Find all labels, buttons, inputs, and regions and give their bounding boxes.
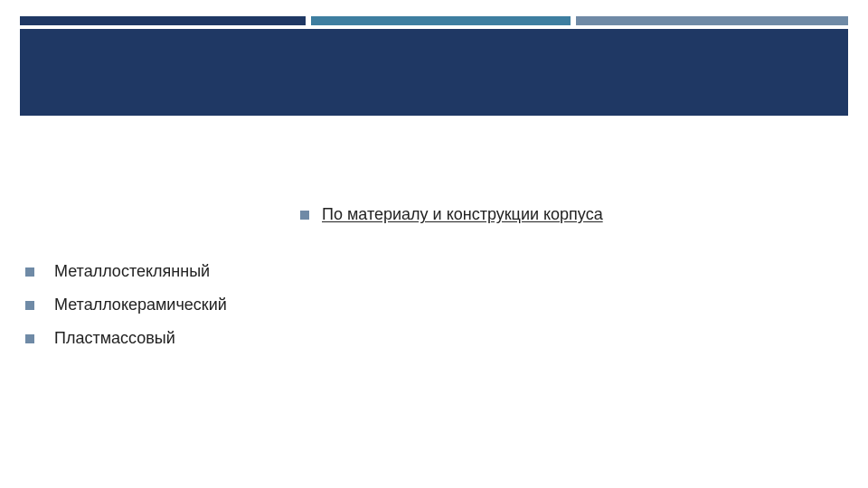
list-item: Пластмассовый [25,329,227,348]
slide: По материалу и конструкции корпуса Метал… [0,0,868,488]
square-bullet-icon [25,267,34,277]
list-item: Металлокерамический [25,296,227,314]
list-item: Металлостеклянный [25,262,227,281]
heading-text: По материалу и конструкции корпуса [322,205,603,224]
accent-bar-1 [20,16,306,25]
square-bullet-icon [25,334,34,343]
list-item-text: Металлокерамический [54,296,227,314]
top-accent-bars [20,16,848,25]
list-item-text: Пластмассовый [54,329,175,348]
square-bullet-icon [300,211,309,220]
accent-bar-3 [576,16,848,25]
title-band [20,29,848,116]
heading-row: По материалу и конструкции корпуса [300,205,603,224]
accent-bar-2 [311,16,571,25]
square-bullet-icon [25,301,34,310]
body-list: Металлостеклянный Металлокерамический Пл… [25,262,227,362]
list-item-text: Металлостеклянный [54,262,210,281]
